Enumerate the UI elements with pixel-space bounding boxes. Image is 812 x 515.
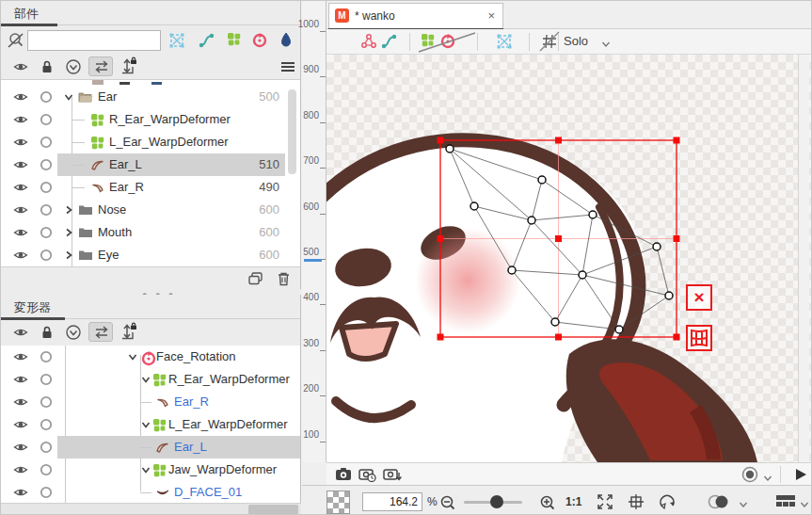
canvas-frame-icon[interactable] (628, 493, 645, 513)
visibility-eye-icon[interactable] (13, 440, 28, 458)
display-mode-toggle-icon[interactable] (707, 494, 731, 512)
chevron-down-icon[interactable] (763, 471, 772, 485)
tree-row[interactable]: Ear_L (1, 436, 300, 459)
delete-deformer-button[interactable]: × (686, 284, 712, 311)
chevron-collapsed-icon[interactable] (63, 249, 74, 264)
vscrollbar-thumb[interactable] (288, 89, 296, 174)
lock-filter-icon[interactable] (40, 59, 55, 77)
search-off-icon[interactable] (7, 31, 25, 53)
collapse-all-icon[interactable] (65, 324, 82, 344)
swap-order-icon[interactable] (88, 56, 113, 76)
edit-target-radio[interactable] (39, 349, 54, 367)
edit-target-radio[interactable] (39, 394, 54, 412)
grid-toggle-icon[interactable] (541, 33, 558, 53)
hscrollbar-thumb[interactable] (248, 505, 298, 515)
visibility-eye-icon[interactable] (13, 485, 28, 503)
edit-target-radio[interactable] (39, 157, 54, 175)
edit-target-radio[interactable] (39, 180, 54, 198)
chevron-expanded-icon[interactable] (127, 351, 138, 365)
play-icon[interactable] (793, 467, 808, 485)
eye-filter-icon[interactable] (13, 325, 28, 343)
edit-target-radio[interactable] (39, 417, 54, 435)
chevron-collapsed-icon[interactable] (63, 204, 74, 218)
edit-target-radio[interactable] (39, 202, 54, 220)
visibility-eye-icon[interactable] (13, 89, 28, 107)
visibility-eye-icon[interactable] (13, 248, 28, 266)
chevron-down-icon[interactable] (739, 497, 748, 511)
workspace-layout-icon[interactable] (775, 494, 796, 510)
visibility-eye-icon[interactable] (13, 394, 28, 412)
chevron-down-icon[interactable] (800, 497, 809, 511)
zoom-in-icon[interactable] (539, 494, 556, 514)
parts-search-input[interactable] (27, 30, 161, 51)
tree-row[interactable]: Jaw_WarpDeformer (1, 459, 300, 481)
visibility-eye-icon[interactable] (13, 349, 28, 367)
tree-row[interactable]: Ear_R490 (1, 176, 300, 199)
chevron-expanded-icon[interactable] (140, 464, 151, 478)
chevron-expanded-icon[interactable] (140, 419, 151, 433)
curve-icon[interactable] (199, 32, 215, 52)
zoom-level-input[interactable] (362, 492, 422, 511)
camera-timer-icon[interactable] (358, 467, 376, 485)
tab-close-icon[interactable]: × (487, 8, 495, 23)
fit-view-icon[interactable] (597, 493, 613, 513)
tab-deformers[interactable]: 変形器 (14, 299, 51, 316)
tree-row[interactable]: Eye600 (1, 244, 300, 266)
model-canvas[interactable]: × (326, 55, 812, 462)
warp-grid-button[interactable] (686, 325, 712, 351)
lock-filter-icon[interactable] (40, 325, 55, 343)
canvas-vscrollbar[interactable] (798, 55, 809, 462)
collapse-all-icon[interactable] (65, 58, 82, 78)
tree-row[interactable]: Ear500 (1, 86, 300, 108)
tree-row[interactable]: R_Ear_WarpDeformer (1, 368, 300, 391)
tree-row[interactable]: Nose600 (1, 199, 300, 221)
edit-target-radio[interactable] (39, 89, 54, 107)
camera-capture-icon[interactable] (383, 467, 402, 485)
tree-row[interactable]: R_Ear_WarpDeformer (1, 108, 300, 131)
edit-target-radio[interactable] (39, 225, 54, 243)
edit-target-radio[interactable] (39, 135, 54, 153)
tree-row[interactable]: Ear_R (1, 391, 300, 413)
bounding-box-icon[interactable] (168, 32, 185, 52)
visibility-eye-icon[interactable] (13, 112, 28, 130)
draw-order-lock-icon[interactable] (119, 56, 138, 78)
visibility-eye-icon[interactable] (13, 202, 28, 220)
edit-target-radio[interactable] (39, 112, 54, 130)
new-folder-icon[interactable] (247, 271, 263, 289)
edit-target-radio[interactable] (39, 440, 54, 458)
chevron-collapsed-icon[interactable] (63, 227, 74, 241)
visibility-eye-icon[interactable] (13, 417, 28, 435)
camera-icon[interactable] (335, 467, 352, 484)
edit-target-radio[interactable] (39, 485, 54, 503)
rotate-view-icon[interactable] (658, 493, 677, 513)
tree-row[interactable]: D_FACE_01 (1, 481, 300, 503)
visibility-eye-icon[interactable] (13, 135, 28, 153)
visibility-eye-icon[interactable] (13, 157, 28, 175)
visibility-eye-icon[interactable] (13, 462, 28, 480)
solo-dropdown[interactable]: Solo (564, 34, 588, 48)
trash-icon[interactable] (277, 271, 291, 289)
bounding-box-toggle-icon[interactable] (496, 33, 513, 53)
chevron-expanded-icon[interactable] (140, 374, 151, 388)
actual-size-button[interactable]: 1:1 (565, 495, 581, 508)
mesh-edit-icon[interactable] (360, 33, 377, 53)
document-tab[interactable]: M * wanko × (328, 3, 503, 29)
eye-filter-icon[interactable] (13, 59, 28, 77)
visibility-eye-icon[interactable] (13, 180, 28, 198)
rotation-deformer-icon[interactable] (251, 32, 268, 52)
visibility-eye-icon[interactable] (13, 372, 28, 390)
chevron-down-icon[interactable] (601, 37, 611, 51)
pen-icon[interactable] (279, 32, 294, 50)
zoom-slider-thumb[interactable] (490, 495, 503, 508)
background-color-swatch[interactable] (326, 491, 350, 514)
warp-deformer-icon[interactable] (227, 32, 242, 50)
visibility-eye-icon[interactable] (13, 225, 28, 243)
tree-row[interactable]: Face_Rotation (1, 346, 300, 368)
tab-parts[interactable]: 部件 (14, 6, 39, 23)
tree-row[interactable]: L_Ear_WarpDeformer (1, 413, 300, 436)
tree-row[interactable]: Mouth600 (1, 221, 300, 244)
curve-edit-icon[interactable] (381, 33, 398, 53)
tree-row[interactable]: L_Ear_WarpDeformer (1, 131, 300, 153)
edit-target-radio[interactable] (39, 248, 54, 266)
zoom-out-icon[interactable] (439, 494, 456, 514)
